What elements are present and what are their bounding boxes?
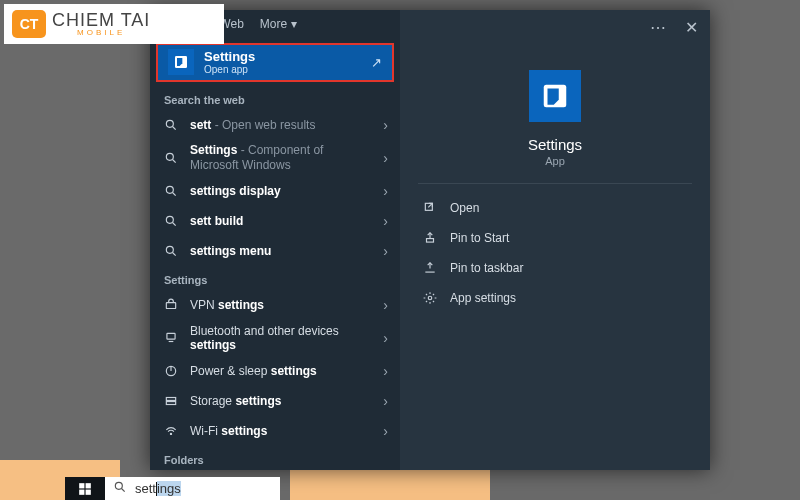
- svg-rect-12: [167, 333, 175, 339]
- svg-rect-22: [427, 239, 434, 243]
- chevron-right-icon: ›: [383, 213, 388, 229]
- settings-result[interactable]: Wi-Fi settings ›: [150, 416, 400, 446]
- settings-result[interactable]: Bluetooth and other devices settings ›: [150, 320, 400, 356]
- action-pin-taskbar[interactable]: Pin to taskbar: [418, 254, 692, 282]
- action-label: Pin to Start: [450, 231, 509, 245]
- settings-app-icon-large: [529, 70, 581, 122]
- logo-sub: MOBILE: [52, 29, 150, 37]
- open-icon: [422, 200, 438, 216]
- chevron-right-icon: ›: [383, 297, 388, 313]
- pin-icon: [422, 230, 438, 246]
- start-button[interactable]: [65, 477, 105, 500]
- action-pin-start[interactable]: Pin to Start: [418, 224, 692, 252]
- web-result[interactable]: sett build ›: [150, 206, 400, 236]
- web-result[interactable]: settings display ›: [150, 176, 400, 206]
- close-icon[interactable]: ✕: [679, 18, 704, 37]
- brand-logo: CT CHIEM TAI MOBILE: [4, 4, 224, 44]
- settings-app-icon: [168, 49, 194, 75]
- result-term: settings menu: [190, 244, 271, 258]
- svg-point-29: [115, 482, 122, 489]
- search-autocomplete: ings: [157, 481, 181, 496]
- web-result[interactable]: sett - Open web results ›: [150, 110, 400, 140]
- best-match-title: Settings: [204, 49, 361, 64]
- detail-title: Settings: [528, 136, 582, 153]
- result-term: settings display: [190, 184, 281, 198]
- svg-line-8: [173, 223, 176, 226]
- web-result[interactable]: settings menu ›: [150, 236, 400, 266]
- section-header-web: Search the web: [150, 86, 400, 110]
- svg-point-24: [428, 296, 432, 300]
- svg-line-21: [428, 203, 432, 207]
- search-icon: [162, 242, 180, 260]
- svg-line-4: [173, 160, 176, 163]
- action-app-settings[interactable]: App settings: [418, 284, 692, 312]
- svg-point-18: [170, 433, 171, 434]
- section-header-folders: Folders: [150, 446, 400, 470]
- svg-rect-26: [86, 483, 91, 488]
- vpn-icon: [162, 296, 180, 314]
- detail-header: Settings App: [418, 44, 692, 184]
- result-term: Settings: [190, 143, 237, 157]
- action-label: Pin to taskbar: [450, 261, 523, 275]
- open-external-icon[interactable]: ↗: [371, 55, 382, 70]
- wifi-icon: [162, 422, 180, 440]
- result-term: sett: [190, 118, 211, 132]
- storage-icon: [162, 392, 180, 410]
- search-icon: [162, 182, 180, 200]
- search-icon: [113, 480, 127, 497]
- svg-line-30: [122, 489, 125, 492]
- taskbar-search[interactable]: settings: [105, 477, 280, 500]
- result-bold: settings: [190, 338, 236, 352]
- svg-point-3: [166, 153, 173, 160]
- result-label: Storage: [190, 394, 235, 408]
- best-match-subtitle: Open app: [204, 64, 361, 75]
- more-options-icon[interactable]: ⋯: [650, 18, 667, 37]
- result-bold: settings: [271, 364, 317, 378]
- gear-icon: [422, 290, 438, 306]
- search-input[interactable]: settings: [135, 481, 181, 496]
- svg-point-5: [166, 186, 173, 193]
- svg-rect-27: [79, 489, 84, 494]
- tab-more-label: More: [260, 17, 287, 31]
- svg-line-6: [173, 193, 176, 196]
- result-label: Bluetooth and other devices: [190, 324, 339, 338]
- result-label: VPN: [190, 298, 218, 312]
- settings-result[interactable]: Storage settings ›: [150, 386, 400, 416]
- chevron-right-icon: ›: [383, 363, 388, 379]
- search-icon: [162, 212, 180, 230]
- chevron-right-icon: ›: [383, 117, 388, 133]
- svg-rect-17: [166, 402, 175, 405]
- chevron-right-icon: ›: [383, 393, 388, 409]
- chevron-right-icon: ›: [383, 150, 388, 166]
- result-bold: settings: [235, 394, 281, 408]
- result-bold: settings: [218, 298, 264, 312]
- settings-result[interactable]: VPN settings ›: [150, 290, 400, 320]
- search-icon: [162, 116, 180, 134]
- chevron-right-icon: ›: [383, 330, 388, 346]
- svg-point-7: [166, 216, 173, 223]
- taskbar: settings: [0, 477, 800, 500]
- search-icon: [162, 149, 180, 167]
- tab-more[interactable]: More ▾: [258, 13, 299, 35]
- chevron-right-icon: ›: [383, 183, 388, 199]
- action-list: Open Pin to Start Pin to taskbar App set…: [400, 184, 710, 322]
- svg-line-2: [173, 126, 176, 129]
- action-open[interactable]: Open: [418, 194, 692, 222]
- action-label: Open: [450, 201, 479, 215]
- best-match-result[interactable]: Settings Open app ↗: [156, 43, 394, 82]
- svg-point-1: [166, 120, 173, 127]
- settings-result[interactable]: Power & sleep settings ›: [150, 356, 400, 386]
- pin-taskbar-icon: [422, 260, 438, 276]
- result-term: sett build: [190, 214, 243, 228]
- chevron-right-icon: ›: [383, 243, 388, 259]
- chevron-right-icon: ›: [383, 423, 388, 439]
- power-icon: [162, 362, 180, 380]
- results-column: cuments Web More ▾ Settings Open app ↗ S…: [150, 10, 400, 470]
- search-results-panel: cuments Web More ▾ Settings Open app ↗ S…: [150, 10, 710, 470]
- svg-rect-16: [166, 398, 175, 401]
- section-header-settings: Settings: [150, 266, 400, 290]
- bluetooth-icon: [162, 329, 180, 347]
- svg-line-10: [173, 253, 176, 256]
- web-result[interactable]: Settings - Component of Microsoft Window…: [150, 140, 400, 176]
- result-label: Wi-Fi: [190, 424, 221, 438]
